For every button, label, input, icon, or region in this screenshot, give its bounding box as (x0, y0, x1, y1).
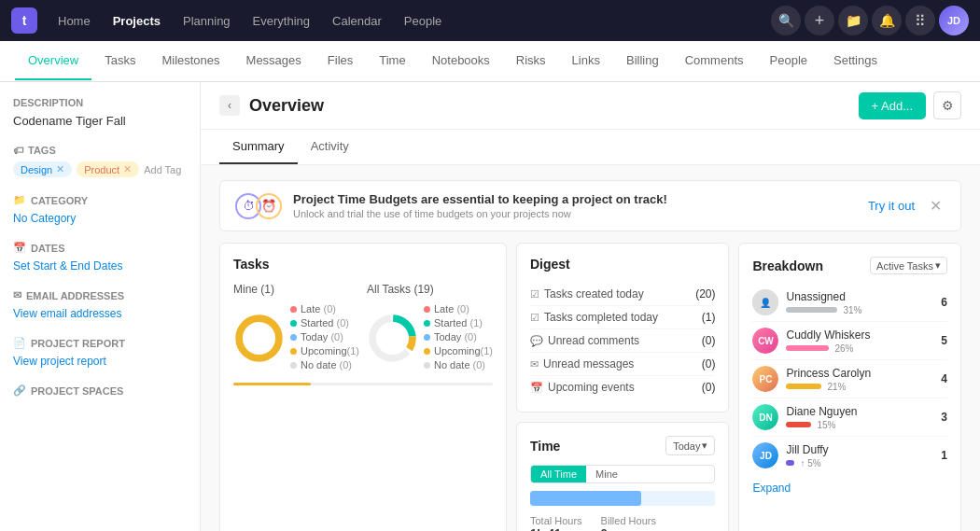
nav-calendar[interactable]: Calendar (323, 8, 391, 34)
add-button[interactable]: + (805, 6, 834, 35)
time-totals: Total Hours 1h 41m Billed Hours 0m (530, 515, 716, 531)
sidebar-description: Description Codename Tiger Fall (13, 97, 187, 128)
sidebar-category: 📁 Category No Category (13, 194, 187, 225)
user-avatar[interactable]: JD (939, 6, 969, 35)
breakdown-title: Breakdown (752, 259, 822, 273)
user-bar-princess (786, 384, 821, 389)
tasks-all-stats: Late (0) Started (1) Today (0) Upcoming(… (424, 303, 493, 373)
settings-button[interactable]: ⚙ (933, 91, 961, 119)
tags-label: 🏷 Tags (13, 145, 187, 156)
tags-row: Design ✕ Product ✕ Add Tag (13, 161, 187, 177)
subnav-messages[interactable]: Messages (233, 42, 315, 80)
nav-projects[interactable]: Projects (104, 8, 170, 34)
banner-close-button[interactable]: ✕ (926, 197, 945, 215)
breakdown-header: Breakdown Active Tasks▾ (752, 257, 947, 274)
sidebar-spaces: 🔗 Project Spaces (13, 384, 187, 397)
billed-hours-label: Billed Hours (601, 515, 656, 526)
digest-row-comments: 💬Unread comments (0) (530, 329, 716, 353)
report-label: 📄 Project Report (13, 337, 187, 349)
dates-label: 📅 Dates (13, 242, 187, 254)
user-bar-unassigned (786, 307, 837, 313)
time-tab-alltime[interactable]: All Time (531, 466, 586, 482)
subnav-tasks[interactable]: Tasks (91, 42, 148, 80)
tag-product[interactable]: Product ✕ (77, 161, 139, 177)
tab-summary[interactable]: Summary (219, 130, 298, 164)
banner-title: Project Time Budgets are essential to ke… (293, 192, 857, 206)
user-count-cuddly: 5 (936, 334, 947, 347)
tag-design[interactable]: Design ✕ (13, 161, 72, 177)
user-count-diane: 3 (936, 411, 947, 424)
tasks-all-donut (367, 313, 418, 364)
digest-row-messages: ✉Unread messages (0) (530, 353, 716, 376)
nav-everything[interactable]: Everything (244, 8, 319, 34)
subnav-files[interactable]: Files (315, 42, 366, 80)
dates-link[interactable]: Set Start & End Dates (13, 259, 187, 272)
tasks-mine-stats: Late (0) Started (0) Today (0) Upcoming(… (290, 303, 359, 373)
banner-subtitle: Unlock and trial the use of time budgets… (293, 208, 857, 219)
time-tabs: All Time Mine (530, 465, 716, 483)
user-bar-diane (786, 422, 811, 427)
folder-button[interactable]: 📁 (838, 6, 868, 35)
today-select[interactable]: Today▾ (665, 436, 715, 455)
add-tag-button[interactable]: Add Tag (144, 164, 181, 175)
collapse-button[interactable]: ‹ (219, 95, 240, 116)
subnav-milestones[interactable]: Milestones (148, 42, 232, 80)
user-name-unassigned: Unassigned (786, 290, 929, 303)
add-button[interactable]: + Add... (859, 92, 926, 119)
category-value[interactable]: No Category (13, 212, 187, 225)
digest-row-tasks-created: ☑Tasks created today (20) (530, 283, 716, 306)
user-info-cuddly: Cuddly Whiskers 26% (786, 328, 929, 354)
sidebar-report: 📄 Project Report View project report (13, 337, 187, 368)
content-area: ‹ Overview + Add... ⚙ Summary Activity ⏱… (201, 82, 980, 531)
notifications-button[interactable]: 🔔 (872, 6, 902, 35)
nav-people[interactable]: People (395, 8, 451, 34)
tab-activity[interactable]: Activity (298, 130, 362, 164)
user-row-princess: PC Princess Carolyn 21% 4 (752, 360, 947, 398)
user-row-jill: JD Jill Duffy ↑ 5% 1 (752, 437, 947, 474)
subnav-overview[interactable]: Overview (15, 42, 91, 80)
email-link[interactable]: View email addresses (13, 307, 187, 320)
tasks-mine-donut (233, 313, 285, 364)
breakdown-users: 👤 Unassigned 31% 6 (752, 284, 947, 474)
logo[interactable]: t (11, 7, 37, 34)
overview-grid: Tasks Mine (1) Late (0) (201, 231, 980, 531)
user-name-cuddly: Cuddly Whiskers (786, 328, 929, 342)
subnav-notebooks[interactable]: Notebooks (419, 42, 503, 80)
nav-planning[interactable]: Planning (174, 8, 240, 34)
banner-try-link[interactable]: Try it out (868, 199, 915, 213)
user-info-princess: Princess Carolyn 21% (786, 367, 929, 392)
grid-button[interactable]: ⠿ (905, 6, 935, 35)
subnav-time[interactable]: Time (366, 42, 418, 80)
subnav-billing[interactable]: Billing (613, 42, 672, 80)
user-count-princess: 4 (936, 372, 947, 385)
nav-home[interactable]: Home (49, 8, 100, 34)
time-title: Time (530, 439, 560, 454)
time-tab-mine[interactable]: Mine (586, 466, 627, 482)
breakdown-card: Breakdown Active Tasks▾ 👤 Unassigned (738, 243, 961, 531)
avatar-diane: DN (752, 404, 778, 430)
user-bar-cuddly (786, 345, 829, 351)
user-info-jill: Jill Duffy ↑ 5% (786, 443, 929, 468)
search-button[interactable]: 🔍 (771, 6, 801, 35)
digest-row-tasks-completed: ☑Tasks completed today (1) (530, 306, 716, 329)
breakdown-select[interactable]: Active Tasks▾ (870, 257, 947, 274)
subnav-comments[interactable]: Comments (672, 42, 757, 80)
expand-link[interactable]: Expand (752, 482, 947, 495)
promo-banner: ⏱ ⏰ Project Time Budgets are essential t… (219, 180, 961, 231)
user-row-unassigned: 👤 Unassigned 31% 6 (752, 284, 947, 322)
tag-design-remove[interactable]: ✕ (56, 163, 64, 175)
user-row-diane: DN Diane Nguyen 15% 3 (752, 398, 947, 437)
report-link[interactable]: View project report (13, 355, 187, 368)
subnav-people[interactable]: People (757, 42, 820, 80)
subnav-links[interactable]: Links (559, 42, 613, 80)
tasks-mine: Mine (1) Late (0) Started (0) Today (0) (233, 283, 359, 373)
tag-product-remove[interactable]: ✕ (123, 163, 132, 175)
total-hours: Total Hours 1h 41m (530, 515, 582, 531)
banner-icons: ⏱ ⏰ (235, 193, 282, 219)
subnav-settings[interactable]: Settings (820, 42, 890, 80)
tasks-all-label: All Tasks (19) (367, 283, 493, 296)
time-card: Time Today▾ All Time Mine Total Hours 1h… (516, 422, 730, 531)
digest-card: Digest ☑Tasks created today (20) ☑Tasks … (516, 243, 730, 412)
time-bar-fill (530, 491, 641, 506)
subnav-risks[interactable]: Risks (503, 42, 559, 80)
